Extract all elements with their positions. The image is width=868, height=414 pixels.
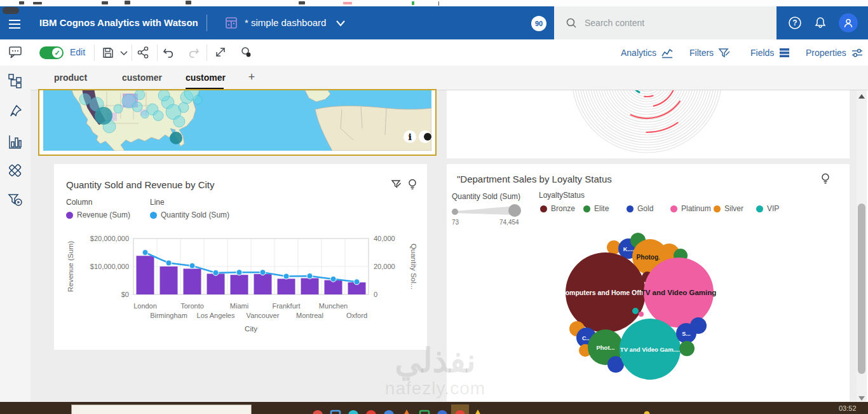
os-taskbar: 03:52 xyxy=(0,402,868,414)
line-point-Los Angeles[interactable] xyxy=(213,270,219,275)
tab-customer-1[interactable]: customer xyxy=(122,66,161,90)
taskbar-app-icon[interactable] xyxy=(331,411,340,414)
taskbar-app-icon[interactable] xyxy=(475,410,481,414)
taskbar-app-icon[interactable] xyxy=(437,410,447,414)
visualizations-icon[interactable] xyxy=(8,134,23,149)
dashboard-toolbar: ✓ Edit xyxy=(0,39,868,66)
taskbar-tray-icon[interactable] xyxy=(644,411,650,414)
notifications-bell-icon[interactable] xyxy=(813,15,828,31)
taskbar-app-icon[interactable] xyxy=(403,410,410,414)
taskbar-app-icon[interactable] xyxy=(420,411,429,414)
legend-item-bronze[interactable]: Bronze xyxy=(540,204,575,213)
line-point-Toronto[interactable] xyxy=(189,263,195,268)
pin-icon[interactable] xyxy=(8,104,23,119)
line-point-Vancouver[interactable] xyxy=(260,270,266,275)
save-menu-chevron-icon[interactable] xyxy=(119,50,128,56)
scrollbar-thumb[interactable] xyxy=(858,204,865,374)
slider-min-handle[interactable] xyxy=(452,209,458,215)
radial-chart-widget[interactable] xyxy=(447,90,850,158)
bubble[interactable] xyxy=(679,341,695,356)
svg-text:Frankfurt: Frankfurt xyxy=(272,302,300,310)
chevron-down-icon[interactable] xyxy=(336,20,346,27)
vertical-scrollbar[interactable] xyxy=(857,90,867,404)
bubble[interactable] xyxy=(639,312,644,317)
legend-item-platinum[interactable]: Platinum xyxy=(670,204,711,213)
taskbar-app-icon[interactable] xyxy=(366,410,376,414)
legend-item-gold[interactable]: Gold xyxy=(627,204,653,213)
svg-text:Oxford: Oxford xyxy=(346,312,367,319)
notification-count-badge[interactable]: 90 xyxy=(531,16,546,31)
comment-icon[interactable] xyxy=(8,45,23,60)
legend-item-vip[interactable]: VIP xyxy=(756,204,779,213)
taskbar-app-icon[interactable] xyxy=(348,410,358,414)
bar-Miami[interactable] xyxy=(231,275,248,294)
slider-max-handle[interactable] xyxy=(508,204,521,217)
analytics-button[interactable]: Analytics xyxy=(621,47,674,59)
map-info-button[interactable]: ℹ xyxy=(403,130,416,143)
line-point-Oxford[interactable] xyxy=(354,279,360,285)
line-point-Miami[interactable] xyxy=(236,270,242,275)
bar-London[interactable] xyxy=(137,256,154,294)
map-widget-selected[interactable]: ℹ xyxy=(38,89,437,156)
select-tool-icon[interactable] xyxy=(240,46,252,59)
add-tab-button[interactable]: + xyxy=(244,66,259,90)
tab-customer-2-active[interactable]: customer xyxy=(186,66,224,90)
search-bar[interactable] xyxy=(554,6,776,39)
taskbar-app-icon[interactable] xyxy=(384,410,394,414)
combo-bar-line-chart[interactable]: $0$10,000,000$20,000,000020,00040,000Lon… xyxy=(54,164,427,350)
line-point-Munchen[interactable] xyxy=(330,276,336,282)
bar-Montreal[interactable] xyxy=(301,278,319,294)
svg-text:K....: K.... xyxy=(623,246,634,252)
search-input[interactable] xyxy=(583,17,764,29)
combo-chart-widget[interactable]: Quantity Sold and Revenue by City Column… xyxy=(54,164,427,350)
bar-Frankfurt[interactable] xyxy=(278,279,295,294)
bar-Munchen[interactable] xyxy=(325,280,342,294)
silver-legend-dot xyxy=(714,205,721,212)
slider-min-value: 73 xyxy=(452,219,459,226)
data-tree-icon[interactable] xyxy=(8,73,23,88)
expand-icon[interactable] xyxy=(214,46,227,59)
filter-play-icon[interactable] xyxy=(8,192,23,207)
analytics-label: Analytics xyxy=(621,48,656,58)
svg-text:40,000: 40,000 xyxy=(374,235,395,242)
bubble[interactable] xyxy=(632,308,639,314)
header-actions: ? xyxy=(776,6,868,39)
help-icon[interactable]: ? xyxy=(787,15,803,31)
bar-Birmingham[interactable] xyxy=(160,266,178,294)
dashboard-title[interactable]: * simple dashboard xyxy=(245,6,326,39)
redo-icon[interactable] xyxy=(187,46,200,58)
bar-Toronto[interactable] xyxy=(184,269,201,294)
bar-Los Angeles[interactable] xyxy=(207,273,225,294)
fields-button[interactable]: Fields xyxy=(750,47,790,59)
user-avatar[interactable] xyxy=(839,13,858,32)
scroll-up-arrow[interactable] xyxy=(858,94,865,99)
save-icon[interactable] xyxy=(102,46,114,59)
properties-button[interactable]: Properties xyxy=(806,47,864,59)
bar-Vancouver[interactable] xyxy=(254,274,272,294)
tab-product-sales[interactable]: product sales xyxy=(43,66,98,90)
line-point-Birmingham[interactable] xyxy=(166,260,172,266)
edit-mode-toggle[interactable]: ✓ xyxy=(39,46,64,59)
size-legend-slider[interactable] xyxy=(450,202,526,219)
insights-lightbulb-icon[interactable] xyxy=(821,173,830,185)
taskbar-app-icon[interactable] xyxy=(313,410,323,414)
legend-item-elite[interactable]: Elite xyxy=(583,204,609,213)
line-point-Frankfurt[interactable] xyxy=(283,273,289,279)
svg-text:$20,000,000: $20,000,000 xyxy=(90,235,129,242)
hamburger-menu-icon[interactable] xyxy=(9,17,20,31)
share-icon[interactable] xyxy=(137,46,150,59)
line-point-Montreal[interactable] xyxy=(307,273,313,279)
map-layers-button[interactable] xyxy=(419,130,431,143)
widgets-icon[interactable] xyxy=(8,163,23,179)
bubble[interactable] xyxy=(690,317,707,334)
line-point-London[interactable] xyxy=(142,250,148,256)
filters-button[interactable]: Filters xyxy=(689,47,730,59)
legend-item-silver[interactable]: Silver xyxy=(714,204,743,213)
scroll-down-arrow[interactable] xyxy=(858,396,865,401)
packed-bubble-chart[interactable]: K....Photog...Computers and Home OfficeT… xyxy=(447,228,850,401)
bronze-legend-label: Bronze xyxy=(551,204,575,213)
map-visualization[interactable]: ℹ xyxy=(43,90,431,151)
bubble-chart-widget[interactable]: "Department Sales by Loyalty Status Quan… xyxy=(447,164,850,401)
edit-label: Edit xyxy=(70,47,85,57)
undo-icon[interactable] xyxy=(163,46,175,58)
